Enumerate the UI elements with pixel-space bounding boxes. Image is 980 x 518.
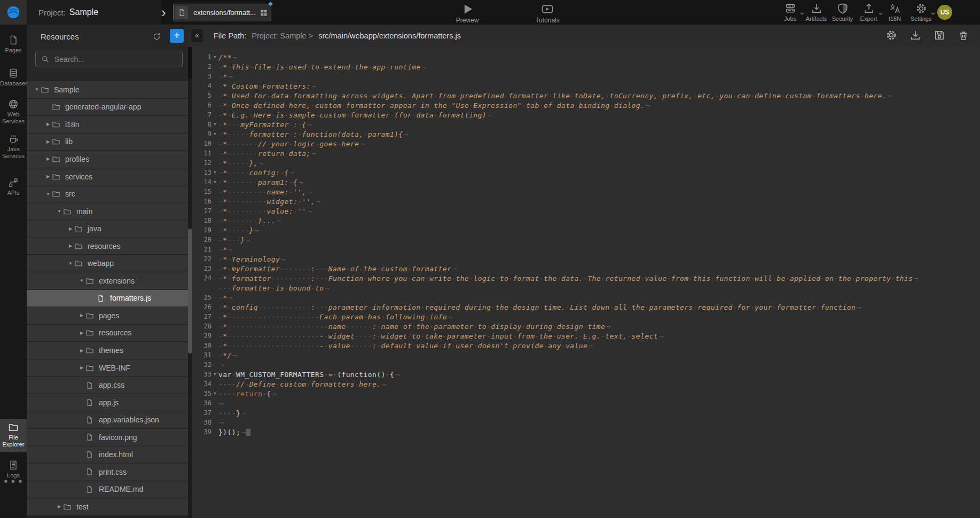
code-line[interactable]: 10·*·······//·your·logic·goes·here¬ [192,139,980,148]
code-line[interactable]: 15·*·········name:·'',¬ [192,187,980,197]
fold-arrow-icon[interactable]: ▼ [211,122,218,127]
code-line[interactable]: 13▼·*·····config:·{¬ [192,168,980,177]
search-box[interactable] [35,51,183,67]
code-line[interactable]: 35▼····return·{¬ [192,389,980,398]
tree-expand-arrow[interactable]: ▶ [78,365,85,370]
code-line[interactable]: 37i····}¬ [192,408,980,418]
collapse-panel-button[interactable]: « [191,29,203,42]
tree-item-main[interactable]: ▼ main [27,203,188,220]
code-line[interactable]: 7·*·E.g.·Here·is·sample·custom·formatter… [192,110,980,120]
tree-item-generated-angular-app[interactable]: generated-angular-app [27,99,188,116]
topbar-export-button[interactable]: Export [856,2,882,22]
tree-item-print.css[interactable]: print.css [27,464,188,481]
code-line[interactable]: 20·*···}¬ [192,235,980,245]
tree-expand-arrow[interactable]: ▶ [78,348,85,353]
code-line[interactable]: 8▼·*···myFormatter·:·{¬ [192,120,980,129]
code-line[interactable]: 5·*·Used·for·data·formatting·across·widg… [192,91,980,100]
code-line[interactable]: 28·*·····················-·name······:·n… [192,321,980,331]
code-line[interactable]: 25·*¬ [192,293,980,302]
app-logo[interactable] [0,0,27,25]
tree-expand-arrow[interactable]: ▼ [67,261,74,266]
topbar-jobs-button[interactable]: Jobs [777,2,803,22]
tree-item-formatters.js[interactable]: formatters.js [27,290,188,307]
topbar-settings-button[interactable]: Settings [908,2,934,22]
tree-item-src[interactable]: ▼ src [27,185,188,202]
tree-item-profiles[interactable]: ▶ profiles [27,151,188,168]
code-line[interactable]: 18·*·······}...¬ [192,216,980,225]
code-line[interactable]: 9▼·*·····formatter·:·function(data,·para… [192,129,980,139]
topbar-artifacts-button[interactable]: Artifacts [803,2,829,22]
tree-expand-arrow[interactable]: ▶ [67,244,74,248]
settings-button[interactable] [885,29,897,42]
code-line[interactable]: 4·*·Custom·Formatters:¬ [192,81,980,91]
tree-item-extensions[interactable]: ▼ extensions [27,272,188,289]
topbar-i18n-button[interactable]: I18N [882,2,908,22]
fold-arrow-icon[interactable]: ▼ [211,132,218,136]
code-line[interactable]: ···formatter·is·bound·to¬ [192,283,980,293]
delete-button[interactable] [958,29,969,42]
tree-item-i18n[interactable]: ▶ i18n [27,116,188,133]
tree-item-lib[interactable]: ▶ lib [27,134,188,151]
tree-item-sample[interactable]: ▼ Sample [27,81,188,98]
tree-expand-arrow[interactable]: ▶ [67,226,74,231]
topbar-security-button[interactable]: Security [829,2,856,22]
fold-arrow-icon[interactable]: ▼ [211,372,218,376]
tree-scrollbar-thumb[interactable] [188,229,192,354]
file-tab[interactable]: extensions/formatt... ✱ [173,4,271,21]
more-options[interactable]: ● ● ● [0,477,27,485]
tree-item-web-inf[interactable]: ▶ WEB-INF [27,359,188,376]
code-line[interactable]: 30·*·····················-·value·····:·d… [192,341,980,350]
save-button[interactable] [934,29,945,42]
code-line[interactable]: 17·*·········value:·''¬ [192,206,980,216]
fold-arrow-icon[interactable]: ▼ [211,391,218,396]
rail-item-java-services[interactable]: Java Services [0,131,27,160]
tree-expand-arrow[interactable]: ▶ [78,313,85,318]
code-line[interactable]: 12·*·····},¬ [192,158,980,168]
tree-item-pages[interactable]: ▶ pages [27,307,188,324]
code-line[interactable]: 39})();¬ [192,427,980,437]
rail-item-pages[interactable]: Pages [0,32,27,54]
tree-expand-arrow[interactable]: ▶ [44,139,52,144]
add-resource-button[interactable]: + [170,29,184,43]
rail-item-logs[interactable]: Logs [0,457,27,479]
search-input[interactable] [53,54,162,64]
code-line[interactable]: 32¬ [192,360,980,370]
code-line[interactable]: 26·*·config············:···parameter·inf… [192,302,980,312]
user-avatar[interactable]: US [937,5,952,20]
tree-item-themes[interactable]: ▶ themes [27,342,188,359]
tree-item-index.html[interactable]: index.html [27,446,188,464]
chevron-right-icon[interactable]: › [161,2,166,22]
rail-item-file-explorer[interactable]: File Explorer [0,419,27,452]
code-line[interactable]: 3·*¬ [192,72,980,81]
tree-expand-arrow[interactable]: ▶ [44,156,52,161]
refresh-button[interactable] [151,30,162,42]
code-line[interactable]: 31·*/¬ [192,350,980,360]
download-button[interactable] [910,29,921,42]
tree-expand-arrow[interactable]: ▼ [44,192,52,197]
code-line[interactable]: 1▼/**¬ [192,52,980,62]
code-line[interactable]: 29·*·····················-·widget····:·w… [192,331,980,341]
tree-item-resources[interactable]: ▶ resources [27,238,188,255]
code-line[interactable]: 2·*·This·file·is·used·to·extend·the·app·… [192,62,980,72]
tree-item-services[interactable]: ▶ services [27,168,188,185]
code-line[interactable]: 19·*·····}¬ [192,225,980,235]
fold-arrow-icon[interactable]: ▼ [211,170,218,175]
tree-expand-arrow[interactable]: ▶ [56,504,63,509]
code-line[interactable]: 36¬ [192,398,980,408]
tree-expand-arrow[interactable]: ▼ [33,87,41,92]
fold-arrow-icon[interactable]: ▼ [211,180,218,184]
tree-item-java[interactable]: ▶ java [27,220,188,237]
topbar-tutorials-button[interactable]: Tutorials [523,3,571,24]
tree-item-app.css[interactable]: app.css [27,376,188,394]
tree-expand-arrow[interactable]: ▼ [56,209,63,214]
rail-item-apis[interactable]: APIs [0,175,27,197]
code-line[interactable]: 21·*¬ [192,245,980,254]
code-line[interactable]: 22·*·Terminology¬ [192,254,980,264]
code-line[interactable]: 34····//·Define·custom·formatters·here.¬ [192,379,980,389]
tree-item-favicon.png[interactable]: favicon.png [27,429,188,446]
tree-item-resources[interactable]: ▶ resources [27,325,188,342]
grid-icon[interactable] [260,9,268,17]
code-line[interactable]: 33▼var·WM_CUSTOM_FORMATTERS·=·(function(… [192,370,980,379]
rail-item-web-services[interactable]: Web Services [0,96,27,125]
code-line[interactable]: 24·*·formatter·········:···Function·wher… [192,273,980,283]
